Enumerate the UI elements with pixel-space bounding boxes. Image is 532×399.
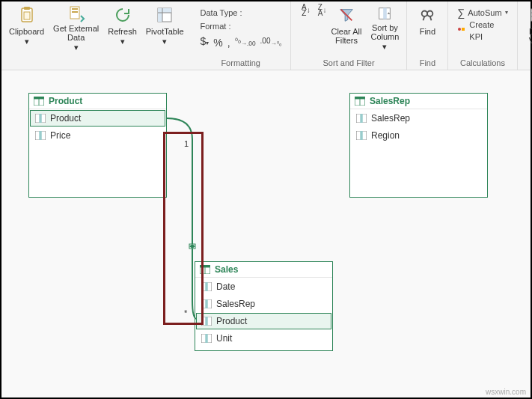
clipboard-button[interactable]: Clipboard ▾ <box>4 3 49 52</box>
column-icon <box>35 131 46 140</box>
percent-format-button[interactable]: % <box>213 36 222 49</box>
autosum-button[interactable]: ∑ AutoSum ▾ <box>457 6 507 19</box>
increase-decimal-button[interactable]: ⁰₀→.00 <box>235 34 256 50</box>
svg-rect-45 <box>205 299 207 308</box>
window-frame: Clipboard ▾ Get External Data ▾ Refresh … <box>0 0 532 399</box>
get-external-data-button[interactable]: Get External Data ▾ <box>49 3 103 52</box>
get-data-icon <box>66 4 87 22</box>
column-icon <box>356 114 367 123</box>
relationship-one-end: 1 <box>184 139 189 148</box>
field-sales-unit[interactable]: Unit <box>196 330 331 347</box>
pivottable-button[interactable]: PivotTable ▾ <box>141 3 189 52</box>
dropdown-icon: ▾ <box>162 37 167 46</box>
field-salesrep-region[interactable]: Region <box>351 127 486 144</box>
field-product-product[interactable]: Product <box>30 110 165 127</box>
refresh-button[interactable]: Refresh ▾ <box>103 3 141 52</box>
find-label: Find <box>420 27 435 36</box>
calculations-group-label: Calculations <box>448 57 516 70</box>
currency-format-button[interactable]: $▾ <box>201 34 210 50</box>
clipboard-label: Clipboard <box>9 27 44 36</box>
clear-filters-button[interactable]: Clear All Filters <box>326 3 366 52</box>
clear-filters-label: Clear All Filters <box>331 27 361 45</box>
svg-rect-38 <box>360 131 362 140</box>
pivottable-label: PivotTable <box>146 27 184 36</box>
pivottable-icon <box>154 4 175 25</box>
sort-column-icon <box>374 4 395 22</box>
get-data-label: Get External Data <box>53 24 99 42</box>
svg-line-17 <box>430 16 432 21</box>
svg-rect-36 <box>360 114 362 123</box>
svg-rect-1 <box>24 7 30 10</box>
table-sales[interactable]: Sales Date SalesRep Product Unit <box>195 261 333 351</box>
table-header[interactable]: Sales <box>195 262 332 278</box>
column-icon <box>356 131 367 140</box>
table-salesrep[interactable]: SalesRep SalesRep Region <box>349 93 488 198</box>
decrease-decimal-button[interactable]: .00→⁰₀ <box>260 34 281 50</box>
sort-asc-icon: AZ↓ <box>296 4 317 16</box>
svg-point-18 <box>458 28 461 31</box>
sort-asc-button[interactable]: AZ↓ <box>294 3 318 52</box>
table-header[interactable]: Product <box>29 94 166 109</box>
formatting-group-label: Formatting <box>192 57 290 70</box>
svg-rect-29 <box>39 114 41 123</box>
column-icon <box>201 317 212 326</box>
kpi-icon <box>457 25 466 37</box>
dropdown-icon: ▾ <box>382 42 387 51</box>
svg-rect-13 <box>384 7 388 19</box>
datatype-label[interactable]: Data Type : <box>201 6 281 19</box>
field-sales-date[interactable]: Date <box>196 278 331 295</box>
field-sales-product[interactable]: Product <box>196 313 331 329</box>
column-icon <box>35 114 46 123</box>
watermark: wsxwin.com <box>486 388 526 396</box>
field-product-price[interactable]: Price <box>30 127 165 144</box>
table-icon <box>200 265 210 274</box>
svg-rect-31 <box>39 131 41 140</box>
find-icon <box>417 4 438 25</box>
sigma-icon: ∑ <box>457 7 465 19</box>
svg-point-15 <box>427 11 432 16</box>
dropdown-icon: ▾ <box>120 37 125 46</box>
table-icon <box>355 97 365 106</box>
column-icon <box>201 282 212 291</box>
diagram-canvas[interactable]: Product Product Price SalesRep <box>1 70 531 398</box>
table-header[interactable]: SalesRep <box>350 94 487 109</box>
svg-rect-49 <box>205 334 207 343</box>
clipboard-icon <box>16 4 37 25</box>
sort-desc-button[interactable]: ZA↓ <box>318 4 327 16</box>
dropdown-icon: ▾ <box>505 7 508 19</box>
dropdown-icon: ▾ <box>25 37 29 46</box>
svg-point-14 <box>422 11 427 16</box>
relationship-many-end: * <box>184 308 187 317</box>
svg-line-16 <box>424 16 425 21</box>
refresh-label: Refresh <box>108 27 137 36</box>
svg-rect-2 <box>24 12 30 19</box>
column-icon <box>201 334 212 343</box>
sort-column-label: Sort by Column <box>370 23 399 41</box>
data-view-icon <box>528 4 532 25</box>
table-product[interactable]: Product Product Price <box>28 93 167 198</box>
ribbon: Clipboard ▾ Get External Data ▾ Refresh … <box>1 1 531 70</box>
table-icon <box>34 97 44 106</box>
refresh-icon <box>112 4 133 25</box>
group-label-blank2 <box>518 57 532 70</box>
svg-rect-8 <box>158 8 171 13</box>
format-label[interactable]: Format : <box>201 19 281 33</box>
svg-rect-5 <box>72 11 78 13</box>
data-view-button[interactable]: Data View <box>521 3 532 52</box>
svg-rect-47 <box>205 317 207 326</box>
svg-rect-19 <box>462 28 465 31</box>
create-kpi-button[interactable]: Create KPI <box>457 19 507 43</box>
sort-by-column-button[interactable]: Sort by Column ▾ <box>366 3 403 52</box>
field-salesrep-salesrep[interactable]: SalesRep <box>351 110 486 127</box>
group-label-blank <box>1 57 192 70</box>
sort-filter-group-label: Sort and Filter <box>291 57 407 70</box>
relationship-line[interactable] <box>167 117 197 323</box>
dropdown-icon: ▾ <box>74 43 79 52</box>
clear-filters-icon <box>336 4 357 25</box>
svg-rect-43 <box>205 282 207 291</box>
comma-format-button[interactable]: , <box>227 36 230 49</box>
field-sales-salesrep[interactable]: SalesRep <box>196 296 331 312</box>
column-icon <box>201 299 212 308</box>
svg-rect-4 <box>72 8 78 10</box>
find-button[interactable]: Find <box>410 3 444 52</box>
